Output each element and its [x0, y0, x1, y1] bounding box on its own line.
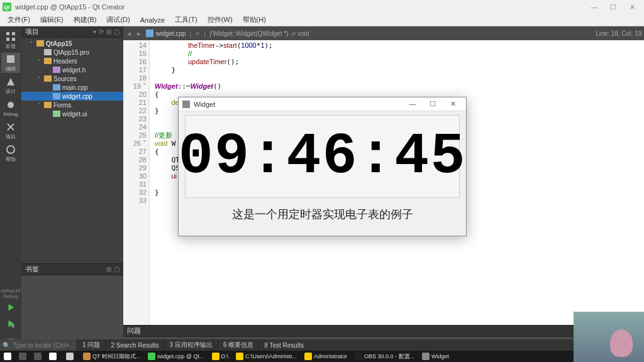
menu-debug[interactable]: 调试(D) — [101, 15, 135, 25]
output-selector-bar: 🔍 Type to locate (Ctrl+... 1 问题 2 Search… — [0, 339, 644, 351]
help-icon — [6, 145, 16, 155]
minimize-button[interactable]: — — [585, 3, 604, 11]
qt-logo-icon: Qt — [3, 3, 11, 11]
taskbar-item-3[interactable]: widget.cpp @ Qt... — [144, 351, 208, 362]
nav-back-icon[interactable]: ◄ — [126, 30, 132, 37]
split-icon[interactable]: ⊞ — [106, 28, 111, 35]
menu-help[interactable]: 帮助(H) — [238, 15, 271, 25]
tree-item-Forms[interactable]: ˅Forms — [21, 101, 123, 109]
app-maximize-button[interactable]: ☐ — [423, 100, 442, 108]
output-general[interactable]: 6 概要信息 — [218, 339, 258, 351]
run-button[interactable] — [2, 300, 19, 314]
menu-build[interactable]: 构建(B) — [69, 15, 102, 25]
file-icon — [146, 30, 153, 37]
taskbar-item-4[interactable]: D:\ — [208, 351, 233, 362]
webcam-overlay — [574, 312, 644, 362]
mode-help[interactable]: 帮助 — [1, 143, 20, 163]
editor-toolbar: ◄ ► widget.cpp | ✕ | ƒ Widget::Widget(QW… — [123, 26, 644, 40]
window-titlebar: Qt widget.cpp @ QtApp15 - Qt Creator — ☐… — [0, 0, 644, 14]
maximize-button[interactable]: ☐ — [604, 3, 623, 11]
menu-edit[interactable]: 编辑(E) — [35, 15, 69, 25]
bookmark-split-icon[interactable]: ⊞ — [106, 266, 111, 273]
mode-projects[interactable]: 项目 — [1, 121, 20, 141]
close-button[interactable]: ✕ — [623, 3, 641, 11]
cursor-position: Line: 18, Col: 19 — [596, 30, 641, 37]
play-bug-icon — [6, 319, 15, 328]
taskbar-item-6[interactable]: Administrator — [301, 351, 351, 362]
kit-label: QtApp15 — [1, 288, 21, 293]
app-caption: 这是一个用定时器实现电子表的例子 — [179, 202, 466, 227]
mode-debug[interactable]: Debug — [1, 98, 20, 118]
filter-icon[interactable]: ▾ — [93, 28, 96, 35]
output-issues[interactable]: 1 问题 — [77, 339, 105, 351]
tree-item-Headers[interactable]: ˅Headers — [21, 57, 123, 65]
mode-edit[interactable]: 编辑 — [1, 53, 20, 73]
taskbar-item-1[interactable] — [62, 351, 79, 362]
close-panel-icon[interactable]: ▢ — [114, 28, 119, 35]
taskbar-item-8[interactable]: Widget — [418, 351, 453, 362]
window-title: widget.cpp @ QtApp15 - Qt Creator — [15, 3, 585, 11]
nav-fwd-icon[interactable]: ► — [136, 30, 142, 37]
menu-widgets[interactable]: 控件(W) — [203, 15, 238, 25]
bookmarks-title: 书签 — [25, 265, 39, 274]
mode-help-label: 帮助 — [6, 156, 16, 163]
locator-placeholder: Type to locate (Ctrl+... — [13, 342, 74, 349]
play-icon — [6, 303, 15, 312]
svg-point-5 — [8, 102, 14, 108]
mode-welcome-label: 欢迎 — [6, 43, 16, 50]
menubar: 文件(F) 编辑(E) 构建(B) 调试(D) Analyze 工具(T) 控件… — [0, 14, 644, 26]
taskbar-item-0[interactable] — [45, 351, 62, 362]
taskview-button[interactable] — [15, 351, 30, 362]
locator[interactable]: 🔍 Type to locate (Ctrl+... — [0, 339, 77, 351]
mode-design-label: 设计 — [6, 88, 16, 95]
sync-icon[interactable]: ⟳ — [99, 28, 104, 35]
app-minimize-button[interactable]: — — [403, 100, 422, 108]
activity-bar: 欢迎 编辑 设计 Debug 项目 帮助 QtApp15 Debug — [0, 26, 21, 351]
menu-analyze[interactable]: Analyze — [135, 16, 170, 24]
app-icon — [182, 101, 190, 108]
wrench-icon — [6, 122, 16, 132]
bookmark-close-icon[interactable]: ▢ — [114, 266, 119, 273]
app-titlebar: Widget — ☐ ✕ — [179, 97, 466, 111]
search-icon: 🔍 — [3, 342, 10, 349]
design-icon — [6, 77, 16, 87]
tree-item-widget.h[interactable]: widget.h — [21, 65, 123, 74]
taskbar-item-7[interactable]: OBS 30.0.0 - 配置... — [351, 351, 418, 362]
running-widget-window[interactable]: Widget — ☐ ✕ 09:46:45 这是一个用定时器实现电子表的例子 — [178, 97, 467, 236]
menu-tools[interactable]: 工具(T) — [170, 15, 203, 25]
tree-item-main.cpp[interactable]: main.cpp — [21, 83, 123, 92]
editor-tab-filename[interactable]: widget.cpp — [156, 30, 186, 37]
svg-rect-2 — [6, 38, 9, 41]
mode-design[interactable]: 设计 — [1, 75, 20, 96]
line-gutter: 141516171819 ˅20212223242526 ˅2728293031… — [123, 40, 150, 325]
taskbar-item-5[interactable]: C:\Users\Administr... — [232, 351, 301, 362]
output-app[interactable]: 3 应用程序输出 — [164, 339, 218, 351]
tree-item-widget.cpp[interactable]: widget.cpp — [21, 92, 123, 101]
mode-projects-label: 项目 — [6, 133, 16, 140]
mode-welcome[interactable]: 欢迎 — [1, 30, 20, 50]
svg-rect-0 — [6, 32, 9, 35]
output-tests[interactable]: 8 Test Results — [258, 339, 309, 351]
project-tree: ˅QtApp15QtApp15.pro˅Headerswidget.h˅Sour… — [21, 38, 123, 119]
function-scope[interactable]: Widget::Widget(QWidget *) -> void — [213, 30, 309, 37]
tree-item-widget.ui[interactable]: widget.ui — [21, 109, 123, 118]
bookmarks-header: 书签 ⊞▢ — [21, 264, 123, 275]
issues-header: 问题 ▢ — [123, 326, 644, 337]
tree-item-QtApp15.pro[interactable]: QtApp15.pro — [21, 48, 123, 57]
tab-close-icon[interactable]: ✕ — [195, 30, 200, 37]
taskbar-item-2[interactable]: QT 时间日期格式... — [79, 351, 144, 362]
svg-point-6 — [7, 146, 14, 153]
app-title: Widget — [194, 101, 215, 108]
tree-item-QtApp15[interactable]: ˅QtApp15 — [21, 39, 123, 48]
bug-icon — [6, 100, 16, 110]
projects-header: 项目 ▾ ⟳ ⊞ ▢ — [21, 26, 123, 38]
output-search[interactable]: 2 Search Results — [105, 339, 164, 351]
grid-icon — [6, 31, 16, 41]
start-button[interactable] — [0, 351, 15, 362]
taskview2-button[interactable] — [30, 351, 45, 362]
tree-item-Sources[interactable]: ˅Sources — [21, 74, 123, 83]
kit-debug-label: Debug — [3, 293, 18, 299]
app-close-button[interactable]: ✕ — [443, 100, 462, 108]
run-debug-button[interactable] — [2, 317, 19, 331]
menu-file[interactable]: 文件(F) — [3, 15, 35, 25]
